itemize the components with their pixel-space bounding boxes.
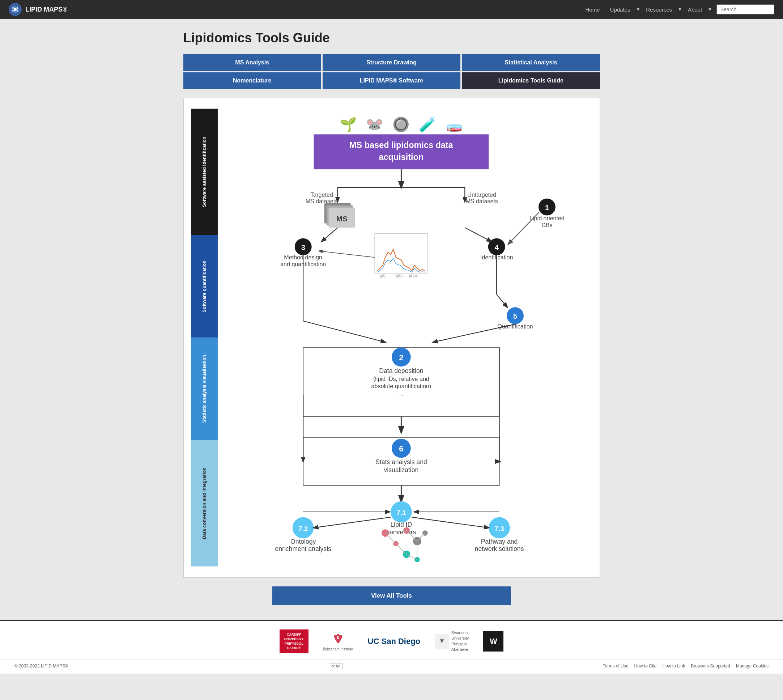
swansea-crest: ⚜: [435, 634, 449, 648]
babraham-logo: B Babraham Institute: [323, 631, 353, 652]
site-logo: [9, 3, 22, 16]
svg-point-4: [12, 10, 14, 12]
step72-num: 7.2: [298, 525, 308, 533]
footer: CARDIFFUNIVERSITYPRIFYSGOLCAERDŶ B Babra…: [0, 620, 783, 673]
tab-lipid-maps-software[interactable]: LIPID MAPS® Software: [323, 72, 460, 89]
nav-about[interactable]: About: [683, 4, 706, 15]
cell-icon: 🔘: [393, 116, 410, 133]
chart-label-msx: MSX: [410, 274, 417, 278]
svg-point-5: [17, 10, 18, 12]
step2-num: 2: [399, 353, 404, 362]
arrow-chart-to-step3: [319, 251, 375, 258]
step6-num: 6: [399, 444, 404, 453]
step2-label-line3: absolute quantification): [372, 383, 431, 389]
step5-label: Quantification: [498, 323, 533, 330]
chart-background: [375, 233, 428, 273]
svg-point-3: [17, 7, 18, 9]
flow-diagram: 🌱 🐭 🔘 🧪 🧫 MS based lipidomics data acqui…: [221, 109, 592, 567]
nav-home[interactable]: Home: [581, 4, 604, 15]
step5-num: 5: [513, 312, 517, 320]
page-title: Lipidomics Tools Guide: [183, 30, 600, 46]
nav-links: Home Updates ▼ Resources ▼ About ▼: [581, 4, 774, 15]
babraham-icon: B: [329, 631, 347, 645]
step1-label-line2: DBs: [542, 222, 553, 228]
ucsd-text: UC San Diego: [368, 637, 420, 646]
main-content: Lipidomics Tools Guide MS Analysis Struc…: [175, 19, 609, 620]
step6-label-line2: visualization: [384, 466, 419, 473]
tab-ms-analysis[interactable]: MS Analysis: [183, 54, 321, 71]
footer-how-to-link[interactable]: How to Link: [663, 663, 685, 668]
ucsd-logo: UC San Diego: [368, 637, 420, 646]
side-labels: Software assisted identification Softwar…: [191, 109, 218, 567]
footer-terms[interactable]: Terms of Use: [603, 663, 628, 668]
arrow-untargeted-to-step4: [465, 228, 491, 241]
cardiff-logo-box: CARDIFFUNIVERSITYPRIFYSGOLCAERDŶ: [280, 630, 308, 653]
flask-icon: 🧪: [419, 116, 436, 133]
untargeted-label-line2: MS datasets: [466, 198, 498, 204]
step2-label-line4: →: [398, 392, 404, 398]
tube-icon: 🧫: [446, 116, 463, 133]
tab-nomenclature[interactable]: Nomenclature: [183, 72, 321, 89]
nav-resources[interactable]: Resources: [641, 4, 676, 15]
step2-label-line2: (lipid IDs, relative and: [373, 375, 429, 382]
untargeted-label-line1: Untargeted: [468, 192, 496, 198]
side-label-software-assisted: Software assisted identification: [191, 109, 218, 235]
step72-label-line2: enrichment analysis: [275, 545, 332, 552]
svg-text:⚜: ⚜: [439, 637, 445, 644]
footer-cookies[interactable]: Manage Cookies: [736, 663, 768, 668]
tab-grid: MS Analysis Structure Drawing Statistica…: [183, 54, 600, 89]
step73-num: 7.3: [495, 525, 504, 533]
brand: LIPID MAPS®: [9, 3, 67, 16]
arrow-71-to-73: [412, 517, 489, 528]
step6-label-line1: Stats analysis and: [375, 458, 427, 466]
svg-point-1: [14, 8, 17, 11]
side-label-data-conversion: Data conversion and integration: [191, 440, 218, 567]
targeted-label-line1: Targeted: [311, 192, 333, 198]
step2-label-line1: Data deposition: [379, 367, 423, 374]
swansea-logo: ⚜ SwanseaUniversityPrifysgolAbertawe: [435, 630, 469, 653]
network-line5: [396, 544, 406, 554]
wellcome-w: W: [483, 631, 503, 652]
plant-icon: 🌱: [340, 116, 357, 133]
side-label-software-quantification: Software quantification: [191, 235, 218, 338]
footer-how-to-cite[interactable]: How to Cite: [634, 663, 656, 668]
tab-structure-drawing[interactable]: Structure Drawing: [323, 54, 460, 71]
arrow-71-to-72: [314, 517, 391, 528]
arrow-step1-to-step4: [508, 212, 539, 244]
footer-browsers[interactable]: Browsers Supported: [691, 663, 730, 668]
cardiff-logo: CARDIFFUNIVERSITYPRIFYSGOLCAERDŶ: [280, 630, 308, 653]
svg-point-2: [12, 7, 14, 9]
swansea-text: SwanseaUniversityPrifysgolAbertawe: [451, 630, 469, 653]
footer-logos: CARDIFFUNIVERSITYPRIFYSGOLCAERDŶ B Babra…: [0, 630, 783, 659]
arrow-targeted-to-step3: [322, 228, 338, 241]
tab-statistical-analysis[interactable]: Statistical Analysis: [462, 54, 600, 71]
step71-label-line2: converters: [387, 528, 416, 536]
step71-label-line1: Lipid ID: [391, 521, 412, 528]
step73-label-line2: network solutions: [475, 545, 524, 552]
chart-label-ms2: MS²: [396, 274, 403, 278]
side-label-statistic-analysis: Statistic analysis visualisation: [191, 338, 218, 440]
mouse-icon: 🐭: [367, 116, 384, 133]
chart-label-ms: MS: [380, 274, 386, 278]
cc-badge: cc by: [329, 663, 342, 669]
step1-label-line1: Lipid oriented: [530, 215, 565, 222]
step4-num: 4: [495, 243, 499, 252]
ms-icon-text: MS: [337, 215, 348, 223]
brand-name: LIPID MAPS®: [25, 6, 67, 13]
flow-svg: 🌱 🐭 🔘 🧪 🧫 MS based lipidomics data acqui…: [221, 109, 592, 565]
footer-links: Terms of Use How to Cite How to Link Bro…: [603, 663, 768, 668]
search-input[interactable]: [716, 4, 774, 15]
view-all-button[interactable]: View All Tools: [272, 587, 511, 605]
arrow-step4-to-step5: [497, 295, 507, 307]
babraham-text: Babraham Institute: [323, 647, 353, 652]
navbar: LIPID MAPS® Home Updates ▼ Resources ▼ A…: [0, 0, 783, 19]
nav-updates[interactable]: Updates: [606, 4, 635, 15]
main-box-line2: acquisition: [379, 152, 424, 162]
step1-num: 1: [545, 203, 549, 212]
tab-lipidomics-tools-guide[interactable]: Lipidomics Tools Guide: [462, 72, 600, 89]
wellcome-logo: W: [483, 631, 503, 652]
copyright: © 2003-2022 LIPID MAPS®: [15, 663, 68, 668]
arrow-step5-to-step2: [433, 324, 515, 342]
step72-label-line1: Ontology: [290, 538, 316, 545]
footer-bottom: © 2003-2022 LIPID MAPS® cc by Terms of U…: [0, 659, 783, 669]
